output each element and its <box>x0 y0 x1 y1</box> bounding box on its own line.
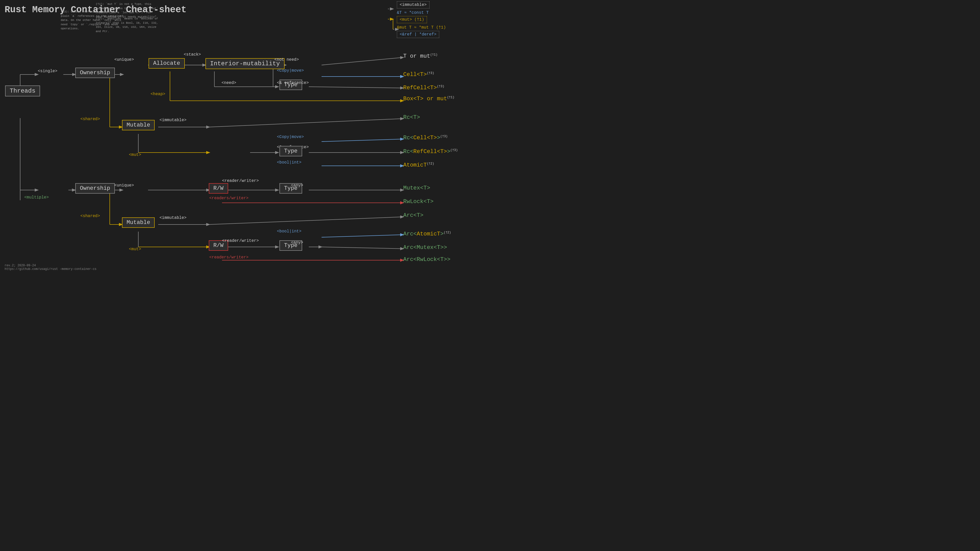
label-shared2: <shared> <box>80 214 100 218</box>
svg-line-21 <box>309 87 403 88</box>
label-not-need: <not need> <box>274 57 299 62</box>
label-reader-writer1: <reader/writer> <box>222 179 259 183</box>
label-unique2: <unique> <box>115 183 134 188</box>
sup-box-t: (†1) <box>447 96 455 99</box>
label-mut2: <mut> <box>129 247 141 251</box>
result-arc-t: Arc<T> <box>403 212 423 219</box>
label-readers-writer1: <readers/writer> <box>209 196 248 200</box>
label-immutable1: <immutable> <box>159 118 186 122</box>
ref-mut-T: &mut T ≈ *mut T (†1) <box>397 25 446 30</box>
result-arc-rwlock-t: Arc<RwLock<T>> <box>403 256 450 263</box>
label-immutable2: <immutable> <box>159 216 186 220</box>
result-t-or-mut: T or mut(†1) <box>403 53 438 59</box>
result-refcell-t: RefCell<T>(†3) <box>403 85 444 91</box>
label-need: <need> <box>221 81 236 85</box>
result-atomic-t: AtomicT(†2) <box>403 162 434 168</box>
ref-deref: <&ref | *deref> <box>400 32 436 37</box>
result-rc-t: Rc<T> <box>403 114 420 121</box>
footer-url: https://github.com/usagi/rust -memory-co… <box>5 267 97 271</box>
label-single-text: <single> <box>38 69 57 73</box>
result-mutex-t: Mutex<T> <box>403 185 430 191</box>
label-bool-int2: <bool|int> <box>277 229 301 233</box>
label-unique1: <unique> <box>115 57 134 62</box>
ownership1-box: Ownership <box>75 68 115 78</box>
rw1-box: R/W <box>209 183 228 194</box>
sup-refcell-t: (†3) <box>437 85 444 88</box>
allocate-box: Allocate <box>148 58 185 68</box>
result-rwlock-t: RwLock<T> <box>403 198 434 205</box>
sup-atomic-t: (†2) <box>427 162 434 165</box>
ref-aT: &T ≈ *const T <box>397 11 429 15</box>
ref-mut: <mut> (†1) <box>400 17 424 22</box>
sup-cell-t: (†3) <box>427 71 434 75</box>
label-mut1: <mut> <box>129 152 141 157</box>
result-rc-cell-t: Rc<Cell<T>>(†3) <box>403 135 448 141</box>
label-multiple: <multiple> <box>24 195 49 200</box>
topright-ref: <immutable> &T ≈ *const T <mut> (†1) &mu… <box>397 1 489 38</box>
result-arc-atomic-t: Arc<AtomicT>(†2) <box>403 231 451 237</box>
svg-line-23 <box>209 119 403 127</box>
label-ref1: <& reference> <box>277 81 309 85</box>
interior-mut-box: Interior-mutability <box>205 58 285 69</box>
label-readers-writer2: <readers/writer> <box>209 255 248 260</box>
svg-line-24 <box>321 139 403 141</box>
label-stack: <stack> <box>184 52 201 57</box>
mutable1-box: Mutable <box>122 120 155 130</box>
ref-immutable: <immutable> <box>400 3 427 7</box>
sup-t-or-mut: (†1) <box>430 53 438 57</box>
mutable2-box: Mutable <box>122 218 155 228</box>
svg-line-38 <box>209 217 403 224</box>
label-bool-int1: <bool|int> <box>277 160 301 165</box>
label-copy-move2: <Copy|move> <box>277 135 304 139</box>
sup-arc-atomic: (†2) <box>444 231 451 234</box>
label-any2: <any> <box>291 240 303 245</box>
label-shared1: <shared> <box>80 117 100 121</box>
label-reader-writer2: <reader/writer> <box>222 238 259 243</box>
result-box-t: Box<T> or mut(†1) <box>403 96 454 102</box>
result-arc-mutex-t: Arc<Mutex<T>> <box>403 245 447 251</box>
footer-rev: rev.2; 2020-09-24 <box>5 264 97 267</box>
threads-box: Threads <box>5 86 40 97</box>
note-2: (†2): `bool|int` means to "Boolean or In… <box>96 17 161 33</box>
svg-line-39 <box>321 235 403 237</box>
sup-rc-refcell: (†3) <box>450 148 458 152</box>
label-heap: <heap> <box>151 92 165 97</box>
footer: rev.2; 2020-09-24 https://github.com/usa… <box>5 264 97 271</box>
label-any1: <any> <box>291 183 303 188</box>
ownership2-box: Ownership <box>75 183 115 194</box>
result-rc-refcell-t: Rc<RefCell<T>>(†3) <box>403 148 458 155</box>
svg-line-15 <box>321 57 403 65</box>
sup-rc-cell: (†3) <box>440 135 448 138</box>
label-copy-move1: <Copy|move> <box>277 68 304 73</box>
svg-line-45 <box>321 247 403 249</box>
type2-box: Type <box>280 146 302 156</box>
result-cell-t: Cell<T>(†3) <box>403 71 434 78</box>
